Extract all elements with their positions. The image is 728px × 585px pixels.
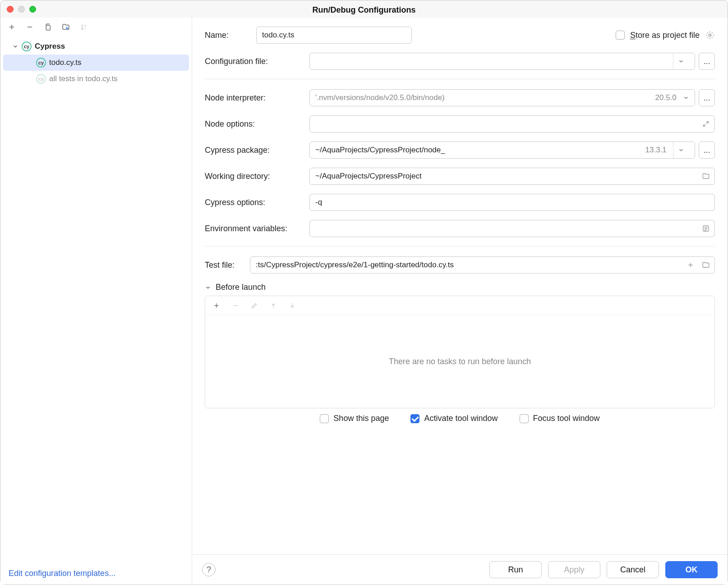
- test-file-input[interactable]: [250, 256, 715, 274]
- tree-item-label: todo.cy.ts: [49, 58, 82, 67]
- gear-icon[interactable]: [705, 30, 715, 40]
- tasks-empty-text: There are no tasks to run before launch: [389, 357, 531, 366]
- cypress-version-label: 13.3.1: [645, 146, 668, 155]
- svg-text:cy: cy: [38, 60, 44, 65]
- task-edit-icon: [249, 301, 259, 311]
- node-options-label: Node options:: [205, 119, 309, 129]
- window-minimize-button: [18, 6, 25, 13]
- focus-tool-window-label: Focus tool window: [533, 414, 600, 423]
- cypress-options-label: Cypress options:: [205, 198, 309, 207]
- node-interpreter-select[interactable]: '.nvm/versions/node/v20.5.0/bin/node) 20…: [309, 89, 695, 106]
- group-label: Cypress: [35, 42, 65, 51]
- chevron-down-icon: [673, 53, 689, 69]
- sidebar-toolbar: az: [0, 18, 192, 37]
- folder-icon[interactable]: [701, 261, 710, 270]
- activate-tool-window-label: Activate tool window: [424, 414, 498, 423]
- config-file-label: Configuration file:: [205, 57, 309, 66]
- run-button[interactable]: Run: [489, 561, 542, 578]
- plus-icon[interactable]: [686, 261, 695, 270]
- svg-text:cy: cy: [38, 76, 44, 82]
- folder-icon[interactable]: [701, 172, 710, 181]
- name-label: Name:: [205, 31, 245, 40]
- titlebar: Run/Debug Configurations: [0, 0, 728, 18]
- window-zoom-button[interactable]: [29, 6, 36, 13]
- config-tree: cy Cypress cy todo.cy.ts cy all tests in…: [0, 37, 192, 562]
- store-as-project-file-checkbox[interactable]: [616, 31, 625, 40]
- tree-item-label: all tests in todo.cy.ts: [49, 74, 118, 83]
- window-close-button[interactable]: [7, 6, 14, 13]
- node-interpreter-label: Node interpreter:: [205, 93, 309, 103]
- tree-group-cypress[interactable]: cy Cypress: [3, 38, 189, 55]
- cypress-package-select[interactable]: ~/AquaProjects/CypressProject/node_ 13.3…: [309, 142, 695, 159]
- svg-text:cy: cy: [24, 44, 30, 49]
- cypress-package-label: Cypress package:: [205, 146, 309, 155]
- cypress-options-input[interactable]: [309, 194, 715, 211]
- before-launch-header[interactable]: Before launch: [205, 283, 715, 292]
- task-down-icon: [287, 301, 297, 311]
- remove-config-icon[interactable]: [25, 22, 35, 32]
- node-options-input[interactable]: [309, 115, 715, 133]
- focus-tool-window-checkbox[interactable]: [520, 414, 529, 423]
- config-file-browse-button[interactable]: ...: [699, 53, 715, 70]
- node-interpreter-value: '.nvm/versions/node/v20.5.0/bin/node): [315, 93, 445, 102]
- env-vars-label: Environment variables:: [205, 224, 309, 233]
- test-file-label: Test file:: [205, 261, 250, 270]
- svg-point-9: [709, 34, 711, 37]
- show-this-page-label: Show this page: [333, 414, 389, 423]
- before-launch-panel: There are no tasks to run before launch: [205, 296, 715, 408]
- name-input[interactable]: [256, 27, 412, 44]
- chevron-down-icon: [673, 142, 689, 158]
- help-button[interactable]: ?: [202, 563, 216, 576]
- save-to-folder-icon[interactable]: [61, 22, 71, 32]
- tree-item-todo[interactable]: cy todo.cy.ts: [3, 55, 189, 71]
- node-version-label: 20.5.0: [655, 93, 678, 102]
- tree-item-all-tests[interactable]: cy all tests in todo.cy.ts: [3, 71, 189, 87]
- chevron-down-icon: [205, 284, 211, 291]
- apply-button: Apply: [548, 561, 600, 578]
- cypress-package-value: ~/AquaProjects/CypressProject/node_: [315, 146, 445, 155]
- working-dir-label: Working directory:: [205, 172, 309, 181]
- cancel-button[interactable]: Cancel: [607, 561, 659, 578]
- env-vars-input[interactable]: [309, 220, 715, 237]
- svg-text:a: a: [84, 24, 86, 27]
- ok-button[interactable]: OK: [665, 561, 718, 578]
- cypress-package-browse-button[interactable]: ...: [699, 142, 715, 159]
- sort-icon[interactable]: az: [79, 22, 89, 32]
- task-up-icon: [268, 301, 278, 311]
- working-dir-input[interactable]: [309, 168, 715, 185]
- show-this-page-checkbox[interactable]: [320, 414, 329, 423]
- task-add-icon[interactable]: [212, 301, 221, 311]
- chevron-down-icon: [683, 95, 689, 101]
- expand-icon[interactable]: [701, 119, 710, 128]
- list-icon[interactable]: [701, 224, 710, 233]
- svg-text:z: z: [84, 27, 86, 30]
- add-config-icon[interactable]: [7, 22, 17, 32]
- edit-templates-link[interactable]: Edit configuration templates...: [9, 569, 115, 578]
- node-interpreter-browse-button[interactable]: ...: [699, 89, 715, 106]
- svg-rect-0: [46, 25, 50, 30]
- activate-tool-window-checkbox[interactable]: [410, 414, 419, 423]
- task-remove-icon: [230, 301, 240, 311]
- config-file-select[interactable]: [309, 53, 695, 70]
- copy-config-icon[interactable]: [43, 22, 53, 32]
- store-as-project-file-label: SStore as project filetore as project fi…: [630, 31, 700, 40]
- window-title: Run/Debug Configurations: [7, 4, 721, 15]
